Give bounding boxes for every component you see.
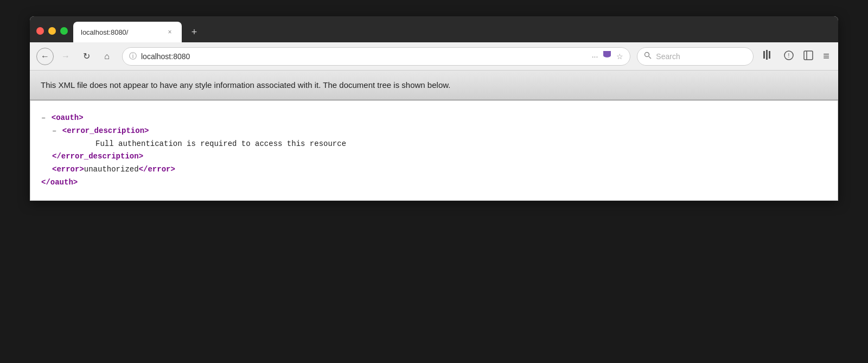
address-bar[interactable]: ⓘ localhost:8080 ··· ☆ xyxy=(122,47,630,66)
sidebar-icon[interactable] xyxy=(801,48,815,65)
back-button[interactable]: ← xyxy=(36,48,54,65)
menu-icon[interactable]: ≡ xyxy=(821,48,832,65)
collapse-button-1[interactable]: – xyxy=(41,113,46,122)
address-actions: ··· ☆ xyxy=(592,50,624,62)
xml-line-1: – <oauth> xyxy=(41,112,827,125)
home-icon: ⌂ xyxy=(104,52,110,61)
minimize-window-button[interactable] xyxy=(48,27,56,35)
bookmark-icon[interactable]: ☆ xyxy=(616,52,623,61)
info-icon: ⓘ xyxy=(129,52,137,61)
xml-tag-oauth-open: <oauth> xyxy=(52,113,84,122)
pocket-svg xyxy=(602,50,612,60)
collapse-button-2[interactable]: – xyxy=(52,126,56,135)
xml-line-4: </error_description> xyxy=(41,150,827,163)
xml-tag-error-open: <error> xyxy=(52,165,84,174)
xml-tag-oauth-close: </oauth> xyxy=(41,178,78,187)
xml-notice: This XML file does not appear to have an… xyxy=(30,71,838,100)
svg-rect-2 xyxy=(763,51,765,59)
svg-line-1 xyxy=(649,56,651,59)
xml-line-5: <error>unauthorized</error> xyxy=(41,163,827,176)
navigation-bar: ← → ↻ ⌂ ⓘ localhost:8080 ··· ☆ xyxy=(30,42,838,71)
active-tab[interactable]: localhost:8080/ × xyxy=(73,22,182,42)
address-text: localhost:8080 xyxy=(141,52,588,61)
xml-tag-error-desc-open: <error_description> xyxy=(62,126,149,135)
reload-icon: ↻ xyxy=(83,51,90,61)
search-bar[interactable]: Search xyxy=(637,47,754,66)
forward-button[interactable]: → xyxy=(57,48,74,65)
xml-text-auth-required: Full authentication is required to acces… xyxy=(95,139,346,148)
svg-text:!: ! xyxy=(788,53,790,59)
xml-tree: – <oauth> – <error_description> Full aut… xyxy=(30,100,838,201)
tab-title: localhost:8080/ xyxy=(81,28,161,36)
close-window-button[interactable] xyxy=(36,27,44,35)
xml-text-unauthorized: unauthorized xyxy=(84,165,139,174)
xml-line-3: Full authentication is required to acces… xyxy=(41,138,827,151)
back-icon: ← xyxy=(41,52,49,61)
xml-line-2: – <error_description> xyxy=(41,125,827,138)
svg-point-0 xyxy=(645,53,649,57)
browser-window: localhost:8080/ × + ← → ↻ ⌂ ⓘ localhost:… xyxy=(30,16,838,201)
pocket-icon[interactable] xyxy=(602,50,612,62)
reload-button[interactable]: ↻ xyxy=(78,48,95,65)
forward-icon: → xyxy=(61,52,70,61)
page-content: This XML file does not appear to have an… xyxy=(30,71,838,201)
title-bar: localhost:8080/ × + xyxy=(30,16,838,42)
xml-line-6: </oauth> xyxy=(41,176,827,189)
svg-rect-4 xyxy=(769,51,770,59)
xml-tag-error-desc-close: </error_description> xyxy=(52,152,143,161)
maximize-window-button[interactable] xyxy=(60,27,68,35)
svg-rect-3 xyxy=(766,50,768,60)
toolbar-right: ! ≡ xyxy=(761,48,832,65)
more-icon[interactable]: ··· xyxy=(592,52,598,61)
traffic-lights xyxy=(36,27,68,42)
new-tab-button[interactable]: + xyxy=(186,24,202,40)
search-icon xyxy=(644,52,652,61)
shield-icon[interactable]: ! xyxy=(782,48,796,65)
home-button[interactable]: ⌂ xyxy=(98,48,116,65)
svg-rect-7 xyxy=(804,51,813,60)
tab-close-button[interactable]: × xyxy=(165,28,174,36)
search-placeholder: Search xyxy=(656,52,680,61)
tab-bar: localhost:8080/ × + xyxy=(73,16,838,42)
xml-tag-error-close: </error> xyxy=(139,165,175,174)
library-icon[interactable] xyxy=(761,48,776,65)
